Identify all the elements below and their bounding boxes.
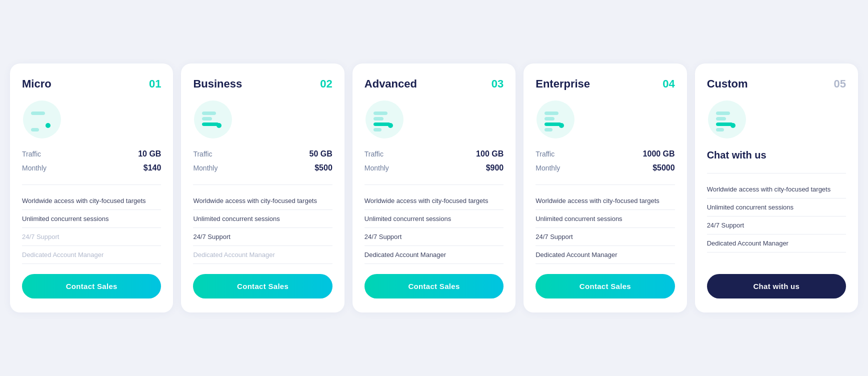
button-wrapper: Contact Sales	[536, 264, 674, 298]
svg-rect-25	[716, 128, 724, 132]
svg-rect-2	[31, 128, 39, 132]
traffic-value: 100 GB	[476, 150, 504, 158]
card-header: Advanced03	[364, 78, 504, 90]
monthly-value: $140	[144, 164, 162, 172]
svg-rect-16	[544, 112, 558, 115]
traffic-label: Traffic	[364, 150, 384, 158]
feature-item: Worldwide access with city-focused targe…	[22, 192, 161, 210]
feature-item: Worldwide access with city-focused targe…	[536, 192, 674, 210]
card-number: 02	[320, 78, 332, 90]
svg-point-3	[46, 123, 50, 128]
svg-point-21	[708, 100, 746, 138]
card-icon	[22, 100, 62, 140]
feature-item: Unlimited concurrent sessions	[536, 210, 674, 228]
card-icon	[364, 100, 404, 140]
traffic-row: Traffic1000 GB	[536, 150, 674, 158]
svg-rect-10	[374, 112, 388, 115]
svg-rect-1	[31, 112, 45, 115]
card-title: Advanced	[364, 78, 417, 90]
button-wrapper: Chat with us	[707, 264, 846, 298]
monthly-row: Monthly$900	[364, 164, 504, 172]
monthly-value: $5000	[652, 164, 675, 172]
card-icon	[707, 100, 747, 140]
feature-item: Dedicated Account Manager	[193, 246, 332, 264]
svg-point-8	[216, 123, 222, 128]
section-divider	[364, 184, 504, 185]
card-header: Micro01	[22, 78, 161, 90]
svg-rect-22	[716, 112, 730, 115]
pricing-cards-container: Micro01Traffic10 GBMonthly$140Worldwide …	[10, 64, 858, 312]
section-divider	[707, 173, 846, 174]
feature-item: 24/7 Support	[193, 228, 332, 246]
card-advanced: Advanced03Traffic100 GBMonthly$900Worldw…	[352, 64, 516, 312]
card-number: 03	[492, 78, 504, 90]
card-header: Enterprise04	[536, 78, 674, 90]
traffic-row: Traffic10 GB	[22, 150, 161, 158]
svg-rect-19	[544, 128, 552, 132]
feature-item: Dedicated Account Manager	[536, 246, 674, 264]
traffic-value: 1000 GB	[643, 150, 675, 158]
feature-item: Worldwide access with city-focused targe…	[193, 192, 332, 210]
card-header: Business02	[193, 78, 332, 90]
card-title: Enterprise	[536, 78, 590, 90]
feature-item: 24/7 Support	[364, 228, 504, 246]
feature-item: Dedicated Account Manager	[22, 246, 161, 264]
feature-item: Worldwide access with city-focused targe…	[707, 180, 846, 198]
feature-item: Unlimited concurrent sessions	[364, 210, 504, 228]
card-icon	[193, 100, 233, 140]
card-icon	[536, 100, 576, 140]
svg-point-4	[194, 100, 232, 138]
feature-item: Dedicated Account Manager	[707, 234, 846, 252]
svg-point-20	[559, 123, 564, 128]
traffic-row: Traffic100 GB	[364, 150, 504, 158]
feature-item: 24/7 Support	[22, 228, 161, 246]
button-wrapper: Contact Sales	[193, 264, 332, 298]
traffic-label: Traffic	[193, 150, 212, 158]
card-number: 05	[834, 78, 846, 90]
svg-rect-24	[716, 122, 733, 126]
svg-point-0	[23, 100, 61, 138]
feature-item: Unlimited concurrent sessions	[707, 198, 846, 216]
card-number: 01	[149, 78, 161, 90]
chat-with-us-heading: Chat with us	[707, 150, 846, 161]
traffic-value: 50 GB	[310, 150, 332, 158]
svg-rect-17	[544, 117, 554, 120]
card-title: Custom	[707, 78, 748, 90]
svg-rect-23	[716, 117, 726, 120]
button-wrapper: Contact Sales	[22, 264, 161, 298]
monthly-row: Monthly$140	[22, 164, 161, 172]
svg-point-26	[730, 123, 736, 128]
card-number: 04	[662, 78, 674, 90]
traffic-label: Traffic	[536, 150, 554, 158]
svg-rect-18	[544, 122, 562, 126]
feature-item: Dedicated Account Manager	[364, 246, 504, 264]
monthly-label: Monthly	[364, 164, 389, 172]
feature-item: Unlimited concurrent sessions	[193, 210, 332, 228]
card-custom: Custom05Chat with usWorldwide access wit…	[695, 64, 858, 312]
card-title: Business	[193, 78, 242, 90]
contact-sales-button[interactable]: Contact Sales	[364, 274, 504, 298]
svg-point-9	[366, 100, 404, 138]
svg-rect-7	[202, 122, 219, 126]
monthly-row: Monthly$5000	[536, 164, 674, 172]
svg-rect-13	[374, 128, 382, 132]
contact-sales-button[interactable]: Contact Sales	[536, 274, 674, 298]
svg-rect-6	[202, 117, 212, 120]
monthly-label: Monthly	[536, 164, 560, 172]
svg-rect-5	[202, 112, 216, 115]
feature-item: 24/7 Support	[707, 216, 846, 234]
traffic-label: Traffic	[22, 150, 41, 158]
contact-sales-button[interactable]: Contact Sales	[193, 274, 332, 298]
monthly-value: $900	[486, 164, 504, 172]
chat-button[interactable]: Chat with us	[707, 274, 846, 298]
feature-item: Worldwide access with city-focused targe…	[364, 192, 504, 210]
card-micro: Micro01Traffic10 GBMonthly$140Worldwide …	[10, 64, 173, 312]
feature-item: 24/7 Support	[536, 228, 674, 246]
contact-sales-button[interactable]: Contact Sales	[22, 274, 161, 298]
section-divider	[22, 184, 161, 185]
card-header: Custom05	[707, 78, 846, 90]
section-divider	[193, 184, 332, 185]
card-enterprise: Enterprise04Traffic1000 GBMonthly$5000Wo…	[524, 64, 686, 312]
card-title: Micro	[22, 78, 52, 90]
svg-rect-11	[374, 117, 384, 120]
